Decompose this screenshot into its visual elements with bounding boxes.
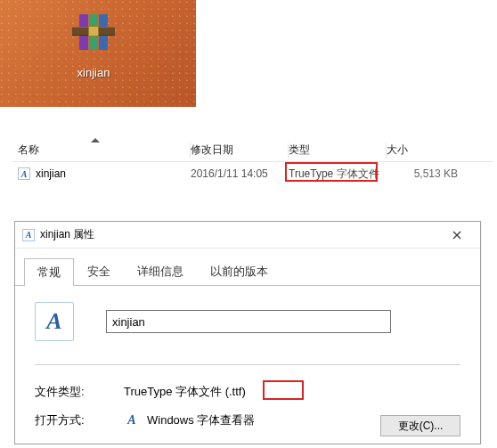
desktop-icon-label: xinjian: [77, 66, 110, 79]
file-type-label: 文件类型:: [35, 384, 124, 400]
open-with-label: 打开方式:: [35, 412, 124, 428]
column-header-size[interactable]: 大小: [387, 143, 467, 158]
rar-icon: [70, 9, 117, 62]
file-name: xinjian: [36, 167, 66, 180]
dialog-titlebar[interactable]: A xinjian 属性: [15, 222, 480, 248]
close-button[interactable]: [439, 224, 475, 247]
file-date: 2016/1/11 14:05: [191, 167, 289, 180]
dialog-body: A 文件类型: TrueType 字体文件 (.ttf) 打开方式: A Win…: [15, 286, 480, 444]
file-list-row[interactable]: A xinjian 2016/1/11 14:05 TrueType 字体文件 …: [12, 162, 493, 185]
file-type-value: TrueType 字体文件 (.ttf): [124, 384, 246, 400]
close-icon: [452, 231, 461, 240]
tab-strip: 常规 安全 详细信息 以前的版本: [15, 248, 480, 286]
column-header-type[interactable]: 类型: [289, 143, 387, 159]
file-size: 5,513 KB: [387, 167, 467, 180]
desktop-archive-icon[interactable]: xinjian: [53, 9, 134, 79]
dialog-title: xinjian 属性: [40, 227, 439, 242]
file-type-row: 文件类型: TrueType 字体文件 (.ttf): [35, 378, 460, 406]
column-header-name[interactable]: 名称: [12, 143, 191, 159]
tab-details[interactable]: 详细信息: [124, 257, 197, 285]
file-type-icon: A: [35, 302, 74, 341]
file-type: TrueType 字体文件: [289, 167, 387, 182]
filename-input[interactable]: [106, 310, 391, 333]
highlight-box-ext: [263, 380, 304, 400]
properties-dialog: A xinjian 属性 常规 安全 详细信息 以前的版本 A 文件类型: Tr…: [14, 221, 481, 444]
open-with-value: Windows 字体查看器: [147, 412, 255, 428]
list-header-row: 名称 修改日期 类型 大小: [12, 139, 493, 162]
titlebar-font-icon: A: [22, 229, 35, 241]
desktop-background: xinjian: [0, 0, 196, 107]
change-button[interactable]: 更改(C)...: [380, 415, 460, 436]
tab-security[interactable]: 安全: [74, 257, 124, 285]
file-list-view: 名称 修改日期 类型 大小 A xinjian 2016/1/11 14:05 …: [12, 139, 493, 185]
tab-general[interactable]: 常规: [24, 258, 74, 286]
sort-asc-icon: [91, 138, 100, 143]
font-file-icon: A: [18, 167, 30, 180]
tab-previous-versions[interactable]: 以前的版本: [197, 257, 281, 285]
column-header-date[interactable]: 修改日期: [191, 143, 289, 159]
font-viewer-icon: A: [124, 412, 140, 428]
